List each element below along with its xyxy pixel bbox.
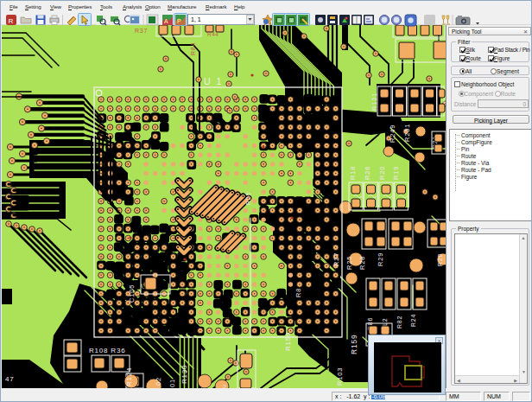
svg-text:02: 02 <box>155 377 162 386</box>
svg-text:R28: R28 <box>358 256 366 270</box>
svg-text:R24: R24 <box>410 314 416 327</box>
svg-text:R20: R20 <box>437 253 443 266</box>
svg-text:01: 01 <box>168 379 176 387</box>
svg-text:R25: R25 <box>345 256 353 270</box>
svg-text:1, 1: 1, 1 <box>191 16 201 22</box>
svg-text:47: 47 <box>5 375 15 383</box>
svg-text:R27: R27 <box>332 252 340 266</box>
svg-text:R8: R8 <box>294 288 302 297</box>
svg-text:R19: R19 <box>392 166 400 180</box>
svg-text:R159: R159 <box>350 334 358 354</box>
svg-text:R124: R124 <box>125 367 133 386</box>
svg-text:R103: R103 <box>336 367 344 386</box>
svg-text:R26: R26 <box>245 192 251 205</box>
svg-text:R84: R84 <box>190 42 196 55</box>
svg-text:R249: R249 <box>389 124 396 143</box>
svg-text:R108 R36: R108 R36 <box>89 347 125 354</box>
svg-text:P: P <box>177 18 181 24</box>
svg-text:C105: C105 <box>128 284 136 303</box>
svg-text:R130: R130 <box>180 365 188 384</box>
svg-text:R18: R18 <box>349 166 357 180</box>
svg-text:R29: R29 <box>377 252 384 266</box>
svg-text:R121: R121 <box>370 93 378 111</box>
svg-text:R159: R159 <box>284 332 292 351</box>
svg-text:R20: R20 <box>378 166 386 180</box>
svg-text:R37: R37 <box>135 28 148 34</box>
svg-text:A: A <box>164 18 168 24</box>
svg-text:R251: R251 <box>403 124 411 142</box>
svg-text:R44: R44 <box>207 31 218 37</box>
svg-text:R26: R26 <box>364 166 371 180</box>
svg-text:R82: R82 <box>396 316 402 329</box>
svg-text:U 1: U 1 <box>204 76 223 86</box>
svg-text:R: R <box>9 17 14 25</box>
